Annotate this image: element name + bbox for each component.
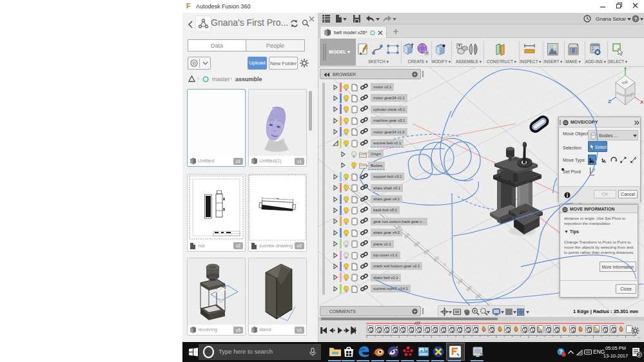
svg-text:X: X <box>640 99 644 105</box>
svg-text:2: 2 <box>638 352 641 357</box>
svg-text:?: ? <box>634 16 638 22</box>
svg-text:Z: Z <box>608 99 611 104</box>
